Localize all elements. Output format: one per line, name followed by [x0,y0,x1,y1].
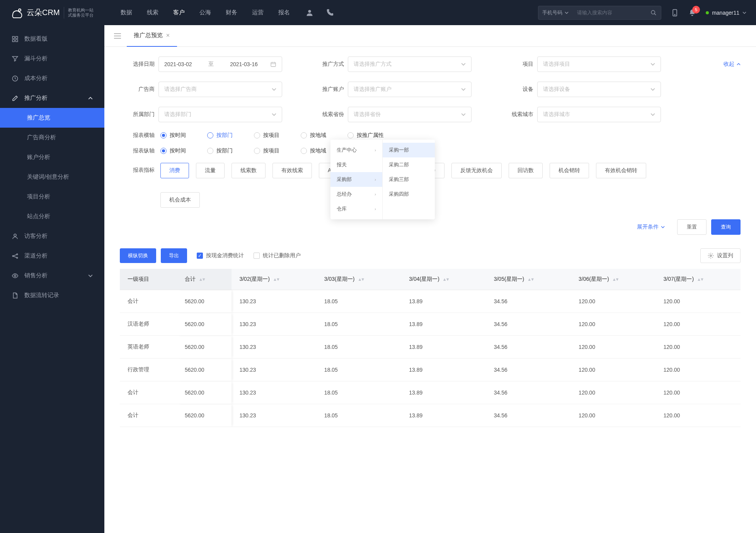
expand-conditions-link[interactable]: 展开条件 [637,224,665,231]
table-header[interactable]: 3/07(星期一)▲▼ [656,269,741,290]
device-select[interactable]: 请选择设备 [537,82,661,97]
radio-option[interactable]: 按项目 [254,147,279,154]
cascade-option[interactable]: 报关 [330,157,382,172]
metric-chip[interactable]: 有效机会销转 [596,163,646,178]
table-header[interactable]: 合计▲▼ [177,269,232,290]
export-button[interactable]: 导出 [161,248,187,263]
nav-item-0[interactable]: 数据 [121,9,132,16]
cascade-option[interactable]: 生产中心› [330,143,382,157]
advertiser-select[interactable]: 请选择广告商 [158,82,282,97]
table-row: 汉语老师5620.00130.2318.0513.8934.56120.0012… [120,313,741,336]
table-header[interactable]: 3/02(星期一)▲▼ [232,269,316,290]
table-cell: 13.89 [401,381,486,404]
sidebar-sub-item[interactable]: 关键词/创意分析 [0,167,104,187]
cascade-option[interactable]: 总经办› [330,187,382,202]
date-range-picker[interactable]: 2021-03-02 至 2021-03-16 [158,56,282,72]
sidebar-item[interactable]: 访客分析 [0,226,104,246]
tab-promotion-overview[interactable]: 推广总预览 ✕ [127,25,177,47]
config-columns-button[interactable]: 设置列 [700,248,741,263]
province-select[interactable]: 请选择省份 [348,107,472,122]
method-label: 推广方式 [309,61,344,68]
table-row: 会计5620.00130.2318.0513.8934.56120.00120.… [120,290,741,313]
radio-option[interactable]: 按地域 [301,147,326,154]
svg-rect-8 [16,39,18,41]
sidebar-sub-item[interactable]: 项目分析 [0,187,104,207]
radio-option[interactable]: 按时间 [160,132,186,139]
cascade-option[interactable]: 采购一部 [383,143,435,157]
collapse-sidebar-icon[interactable] [108,29,127,43]
metric-chip[interactable]: 消费 [160,163,189,178]
table-cell: 18.05 [317,404,401,427]
metric-chip[interactable]: 有效线索 [272,163,312,178]
nav-item-1[interactable]: 线索 [147,9,158,16]
account-select[interactable]: 请选择推广账户 [348,82,472,97]
sidebar-item[interactable]: 数据看版 [0,29,104,49]
cascade-option[interactable]: 采购部› [330,172,382,187]
nav-item-5[interactable]: 运营 [252,9,264,16]
user-icon[interactable] [305,9,314,17]
sidebar-item[interactable]: 数据流转记录 [0,285,104,305]
report-x-axis-row: 报表横轴 按时间按部门按项目按地域按推广属性 [120,132,741,139]
svg-rect-5 [12,36,14,38]
metric-chip[interactable]: 回访数 [509,163,543,178]
sidebar-item[interactable]: 成本分析 [0,68,104,88]
mobile-icon[interactable] [671,9,679,17]
collapse-filters-link[interactable]: 收起 [724,61,741,68]
table-header[interactable]: 3/06(星期一)▲▼ [571,269,656,290]
metric-chip[interactable]: 流量 [196,163,225,178]
metric-chip[interactable]: 机会销转 [550,163,589,178]
metric-chip[interactable]: 反馈无效机会 [451,163,502,178]
table-header[interactable]: 3/04(星期一)▲▼ [401,269,486,290]
tab-label: 推广总预览 [134,32,163,39]
svg-rect-7 [12,39,14,41]
stat-deleted-checkbox[interactable]: 统计已删除用户 [254,252,301,259]
reset-button[interactable]: 重置 [677,219,707,235]
radio-option[interactable]: 按部门 [207,132,233,139]
user-menu[interactable]: manager11 [706,10,746,16]
sidebar-item[interactable]: 渠道分析 [0,246,104,266]
phone-icon[interactable] [325,9,334,17]
nav-item-6[interactable]: 报名 [278,9,290,16]
city-select[interactable]: 请选择城市 [537,107,661,122]
search-input[interactable] [572,6,661,20]
sidebar-sub-item[interactable]: 账户分析 [0,147,104,167]
search-icon[interactable] [650,10,657,16]
cascade-option[interactable]: 采购四部 [383,187,435,202]
sidebar-item[interactable]: 销售分析 [0,266,104,285]
search-type-select[interactable]: 手机号码 [538,6,572,20]
radio-option[interactable]: 按项目 [254,132,279,139]
radio-option[interactable]: 按时间 [160,147,186,154]
toggle-axis-button[interactable]: 横纵切换 [120,248,156,263]
dept-select[interactable]: 请选择部门 [158,107,282,122]
cascade-option[interactable]: 仓库› [330,202,382,216]
radio-option[interactable]: 按部门 [207,147,233,154]
table-header[interactable]: 3/03(星期一)▲▼ [317,269,401,290]
sidebar-sub-item[interactable]: 推广总览 [0,108,104,128]
stat-cash-checkbox[interactable]: ✓按现金消费统计 [197,252,244,259]
tagline: 教育机构一站 式服务云平台 [68,8,94,18]
project-select[interactable]: 请选择项目 [537,56,661,72]
nav-item-2[interactable]: 客户 [173,9,185,16]
cascade-option[interactable]: 采购二部 [383,157,435,172]
nav-item-4[interactable]: 财务 [226,9,237,16]
nav-item-3[interactable]: 公海 [199,9,211,16]
sidebar-item[interactable]: 漏斗分析 [0,49,104,68]
method-select[interactable]: 请选择推广方式 [348,56,472,72]
radio-option[interactable]: 按地域 [301,132,326,139]
sidebar-item[interactable]: 推广分析 [0,88,104,108]
sidebar-sub-item[interactable]: 广告商分析 [0,128,104,147]
metric-chip[interactable]: 机会成本 [160,192,200,208]
table-header[interactable]: 3/05(星期一)▲▼ [486,269,571,290]
table-header[interactable]: 一级项目 [120,269,177,290]
query-button[interactable]: 查询 [711,219,741,235]
table-cell: 会计 [120,381,177,404]
bell-icon[interactable]: 5 [688,9,696,17]
close-icon[interactable]: ✕ [166,32,170,38]
chevron-down-icon [88,273,93,278]
main-content: 推广总预览 ✕ 选择日期 2021-03-02 至 2021-03-16 推广方… [104,25,756,533]
radio-option[interactable]: 按推广属性 [347,132,384,139]
cascade-option[interactable]: 采购三部 [383,172,435,187]
sidebar-sub-item[interactable]: 站点分析 [0,207,104,226]
user-icon [12,233,19,240]
metric-chip[interactable]: 线索数 [232,163,266,178]
